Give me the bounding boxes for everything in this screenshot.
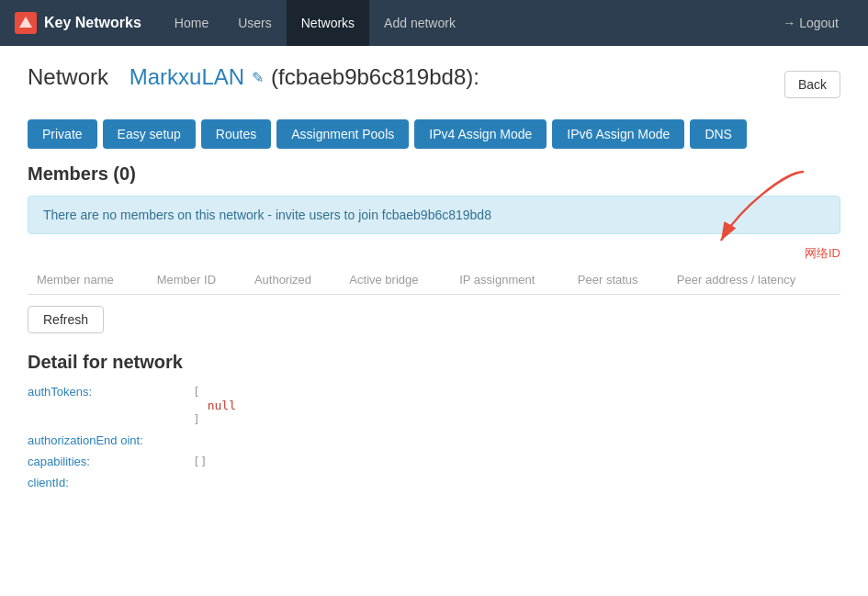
detail-title: Detail for network <box>28 352 840 373</box>
main-content: Network MarkxuLAN ✎ (fcbaeb9b6c819bd8): … <box>0 46 868 511</box>
col-active-bridge: Active bridge <box>340 265 450 295</box>
edit-icon[interactable]: ✎ <box>252 69 264 86</box>
tab-private[interactable]: Private <box>28 119 97 149</box>
nav-home[interactable]: Home <box>160 0 223 46</box>
detail-key-auth-tokens: authTokens: <box>28 382 193 429</box>
col-peer-status: Peer status <box>569 265 668 295</box>
col-ip-assignment: IP assignment <box>450 265 569 295</box>
col-peer-address-latency: Peer address / latency <box>668 265 840 295</box>
col-authorized: Authorized <box>245 265 340 295</box>
svg-marker-0 <box>19 17 32 28</box>
members-title: Members (0) <box>28 163 840 185</box>
detail-key-capabilities: capabilities: <box>28 452 193 471</box>
detail-key-client-id: clientId: <box>28 473 193 492</box>
nav-add-network[interactable]: Add network <box>369 0 470 46</box>
brand-logo <box>15 12 37 34</box>
members-info-text: There are no members on this network - i… <box>43 208 491 222</box>
back-button[interactable]: Back <box>784 71 840 98</box>
table-header-row: Member name Member ID Authorized Active … <box>28 265 840 295</box>
title-row: Network MarkxuLAN ✎ (fcbaeb9b6c819bd8): … <box>28 64 840 105</box>
tab-dns[interactable]: DNS <box>690 119 747 149</box>
refresh-button[interactable]: Refresh <box>28 306 104 333</box>
tab-easy-setup[interactable]: Easy setup <box>103 119 196 149</box>
network-id: (fcbaeb9b6c819bd8): <box>271 64 479 90</box>
nav-links: Home Users Networks Add network <box>160 0 768 46</box>
logout-icon: → <box>783 16 795 30</box>
members-table: Member name Member ID Authorized Active … <box>28 265 840 295</box>
col-member-id: Member ID <box>148 265 245 295</box>
detail-value-auth-tokens: [ null ] <box>193 382 840 429</box>
tab-routes[interactable]: Routes <box>201 119 271 149</box>
detail-value-authorization-endpoint <box>193 431 840 450</box>
nav-users[interactable]: Users <box>223 0 287 46</box>
tab-buttons: Private Easy setup Routes Assignment Poo… <box>28 119 840 149</box>
tab-ipv4-assign-mode[interactable]: IPv4 Assign Mode <box>414 119 547 149</box>
detail-grid: authTokens: [ null ] authorizationEnd oi… <box>28 382 840 492</box>
tab-assignment-pools[interactable]: Assignment Pools <box>276 119 409 149</box>
detail-key-authorization-endpoint: authorizationEnd oint: <box>28 431 193 450</box>
brand-link[interactable]: Key Networks <box>15 12 141 34</box>
navbar: Key Networks Home Users Networks Add net… <box>0 0 868 46</box>
detail-value-capabilities: [] <box>193 452 840 471</box>
members-info-box: There are no members on this network - i… <box>28 196 840 234</box>
col-member-name: Member name <box>28 265 148 295</box>
brand-name: Key Networks <box>44 15 141 31</box>
tab-ipv6-assign-mode[interactable]: IPv6 Assign Mode <box>552 119 684 149</box>
network-id-annotation: 网络ID <box>28 245 840 262</box>
page-title: Network MarkxuLAN ✎ (fcbaeb9b6c819bd8): <box>28 64 479 90</box>
logout-link[interactable]: → Logout <box>768 0 853 46</box>
nav-networks[interactable]: Networks <box>287 0 369 46</box>
title-prefix: Network <box>28 64 108 90</box>
network-name: MarkxuLAN <box>130 64 244 90</box>
detail-value-client-id <box>193 473 840 492</box>
